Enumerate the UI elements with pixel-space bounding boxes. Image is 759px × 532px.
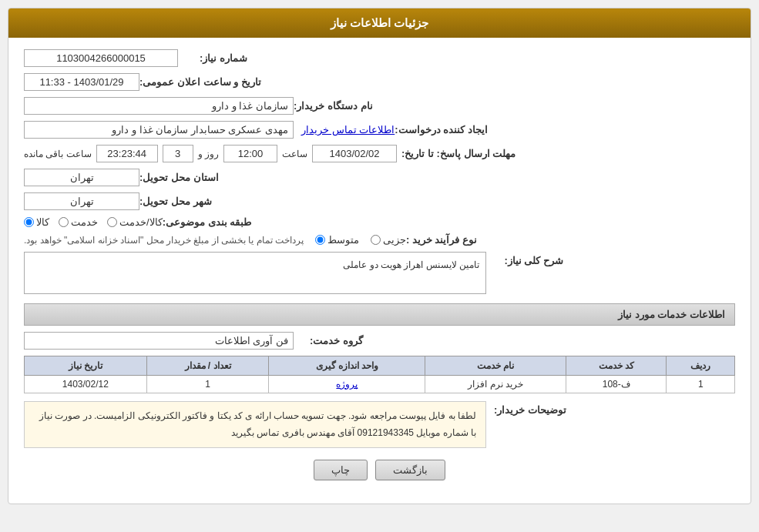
ejad-value: مهدی عسکری حسابدار سازمان غذا و دارو — [24, 121, 294, 139]
radio-kala-label: کالا — [36, 216, 49, 228]
content-area: شماره نیاز: 1103004266000015 تاریخ و ساع… — [8, 38, 751, 504]
card-header: جزئیات اطلاعات نیاز — [8, 8, 751, 38]
purchase-notice: پرداخت تمام یا بخشی از مبلغ خریدار محل "… — [24, 235, 304, 246]
col-vahed: واحد اندازه گیری — [269, 356, 425, 376]
radio-kala-khedmat-label: کالا/خدمت — [119, 216, 163, 228]
radio-kala-khedmat: کالا/خدمت — [107, 216, 163, 228]
dastgah-value: سازمان غذا و دارو — [24, 97, 294, 115]
table-row: 1ف-108خرید نرم افزارپروژه11403/02/12 — [25, 376, 735, 393]
radio-kala-khedmat-input[interactable] — [107, 217, 117, 227]
radio-motavasset-input[interactable] — [315, 235, 325, 245]
description-label: توضیحات خریدار: — [494, 401, 566, 416]
back-button[interactable]: بازگشت — [375, 460, 445, 480]
cell-radif: 1 — [667, 376, 735, 393]
ejad-link[interactable]: اطلاعات تماس خریدار — [301, 124, 395, 136]
radio-jozvi-label: جزیی — [383, 234, 406, 246]
type-purchase-row: نوع فرآیند خرید : جزیی متوسط پرداخت تمام… — [24, 234, 735, 246]
remaining-value: 23:23:44 — [96, 145, 158, 162]
roz-label: روز و — [198, 149, 219, 159]
radio-motavasset-label: متوسط — [327, 234, 359, 246]
radio-khedmat-label: خدمت — [71, 216, 98, 228]
date-value: 1403/02/02 — [312, 145, 397, 162]
type-purchase-label: نوع فرآیند خرید : — [406, 234, 477, 246]
shomara-value: 1103004266000015 — [24, 49, 178, 67]
shomara-row: شماره نیاز: 1103004266000015 — [24, 49, 735, 67]
col-tedad: تعداد / مقدار — [146, 356, 269, 376]
services-table: ردیف کد خدمت نام خدمت واحد اندازه گیری ت… — [24, 356, 735, 393]
page-wrapper: جزئیات اطلاعات نیاز شماره نیاز: 11030042… — [0, 0, 759, 512]
tabage-radio-group: کالا/خدمت خدمت کالا — [24, 216, 163, 228]
radio-khedmat-input[interactable] — [59, 217, 69, 227]
ostan-value: تهران — [24, 169, 139, 186]
radio-jozvi-input[interactable] — [371, 235, 381, 245]
shomara-label: شماره نیاز: — [178, 52, 247, 64]
col-kod: کد خدمت — [566, 356, 667, 376]
cell-vahed: پروژه — [269, 376, 425, 393]
tabage-row: طبقه بندی موضوعی: کالا/خدمت خدمت کالا — [24, 216, 735, 228]
saat-value: 12:00 — [223, 145, 277, 162]
tarikh-elan-label: تاریخ و ساعت اعلان عمومی: — [139, 76, 261, 88]
cell-tedad: 1 — [146, 376, 269, 393]
services-section-header: اطلاعات خدمات مورد نیاز — [24, 303, 735, 326]
tarikh-elan-row: تاریخ و ساعت اعلان عمومی: 1403/01/29 - 1… — [24, 73, 735, 91]
tarikh-elan-value: 1403/01/29 - 11:33 — [24, 73, 139, 91]
radio-kala: کالا — [24, 216, 49, 228]
cell-kod: ف-108 — [566, 376, 667, 393]
description-text: لطفا به فایل پیوست مراجعه شود. جهت تسویه… — [24, 401, 486, 448]
shahr-row: شهر محل تحویل: تهران — [24, 192, 735, 210]
group-label: گروه خدمت: — [294, 335, 363, 346]
tabage-label: طبقه بندی موضوعی: — [163, 216, 252, 228]
ejad-row: ایجاد کننده درخواست: اطلاعات تماس خریدار… — [24, 121, 735, 139]
sharh-value: تامین لایسنس اهراز هویت دو عاملی — [24, 252, 486, 294]
ostan-label: استان محل تحویل: — [139, 172, 219, 183]
group-row: گروه خدمت: فن آوری اطلاعات — [24, 332, 735, 350]
sharh-label: شرح کلی نیاز: — [494, 252, 563, 266]
ejad-label: ایجاد کننده درخواست: — [395, 124, 488, 136]
dastgah-label: نام دستگاه خریدار: — [294, 100, 373, 112]
remaining-label: ساعت باقی مانده — [24, 149, 92, 159]
col-radif: ردیف — [667, 356, 735, 376]
cell-tarikh: 1403/02/12 — [25, 376, 147, 393]
button-row: بازگشت چاپ — [24, 460, 735, 492]
sharh-row: شرح کلی نیاز: تامین لایسنس اهراز هویت دو… — [24, 252, 735, 294]
mohlat-label: مهلت ارسال پاسخ: تا تاریخ: — [401, 148, 516, 159]
dastgah-row: نام دستگاه خریدار: سازمان غذا و دارو — [24, 97, 735, 115]
radio-kala-input[interactable] — [24, 217, 34, 227]
print-button[interactable]: چاپ — [314, 460, 368, 480]
roz-value: 3 — [163, 145, 193, 162]
shahr-label: شهر محل تحویل: — [139, 196, 212, 207]
radio-motavasset: متوسط — [315, 234, 359, 246]
ostan-row: استان محل تحویل: تهران — [24, 169, 735, 186]
saat-label: ساعت — [282, 149, 307, 159]
mohlat-row: مهلت ارسال پاسخ: تا تاریخ: 1403/02/02 سا… — [24, 145, 735, 162]
main-card: جزئیات اطلاعات نیاز شماره نیاز: 11030042… — [8, 8, 751, 504]
description-row: توضیحات خریدار: لطفا به فایل پیوست مراجع… — [24, 401, 735, 448]
cell-nam: خرید نرم افزار — [425, 376, 566, 393]
page-title: جزئیات اطلاعات نیاز — [331, 16, 428, 29]
col-tarikh: تاریخ نیاز — [25, 356, 147, 376]
col-nam: نام خدمت — [425, 356, 566, 376]
radio-jozvi: جزیی — [371, 234, 406, 246]
radio-khedmat: خدمت — [59, 216, 98, 228]
shahr-value: تهران — [24, 192, 139, 210]
group-value: فن آوری اطلاعات — [24, 332, 294, 350]
